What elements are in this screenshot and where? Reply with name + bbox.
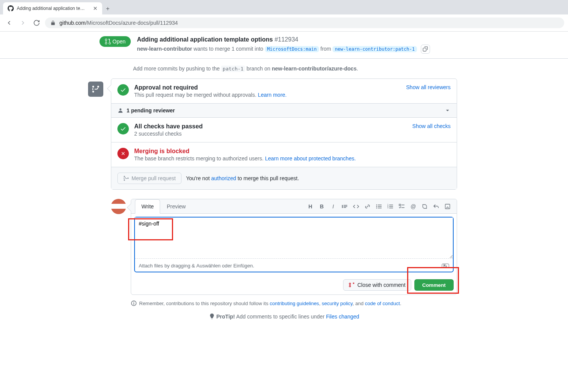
tab-title: Adding additional application te… <box>17 6 85 11</box>
svg-rect-6 <box>399 204 401 206</box>
svg-point-0 <box>376 204 377 205</box>
base-branch-label[interactable]: MicrosoftDocs:main <box>265 46 319 52</box>
protip: ProTip! Add comments to specific lines u… <box>111 313 457 320</box>
mention-icon[interactable]: @ <box>410 203 416 210</box>
tab-strip: Adding additional application te… ✕ + <box>0 0 568 14</box>
svg-point-1 <box>376 206 377 206</box>
learn-more-link[interactable]: Learn more. <box>258 92 287 98</box>
url-text: github.com/MicrosoftDocs/azure-docs/pull… <box>59 20 178 26</box>
lock-icon <box>50 20 56 26</box>
user-avatar <box>111 199 126 214</box>
pending-reviewer-label: 1 pending reviewer <box>127 107 175 114</box>
person-icon <box>117 107 124 114</box>
svg-rect-7 <box>445 204 450 209</box>
head-branch-label[interactable]: new-learn-contributor:patch-1 <box>332 46 417 52</box>
x-icon <box>117 148 129 159</box>
authorized-link[interactable]: authorized <box>211 175 236 181</box>
files-changed-link[interactable]: Files changed <box>326 314 359 320</box>
formatting-toolbar: H B I 123 @ <box>305 203 453 210</box>
contributing-guidelines-link[interactable]: contributing guidelines <box>270 301 319 306</box>
pr-header: Open Adding additional application templ… <box>0 32 568 59</box>
comment-textarea[interactable] <box>135 218 453 259</box>
lightbulb-icon <box>209 313 215 319</box>
back-button[interactable] <box>4 18 14 28</box>
push-hint: Add more commits by pushing to the patch… <box>133 66 457 72</box>
comment-button[interactable]: Comment <box>414 279 454 291</box>
closed-pr-icon <box>349 282 355 288</box>
protected-branches-link[interactable]: Learn more about protected branches. <box>265 155 356 162</box>
checks-subtitle: 2 successful checks <box>134 131 203 137</box>
blocked-title: Merging is blocked <box>134 148 356 155</box>
browser-chrome: Adding additional application te… ✕ + gi… <box>0 0 568 32</box>
approval-subtitle: This pull request may be merged without … <box>134 92 287 98</box>
address-bar[interactable]: github.com/MicrosoftDocs/azure-docs/pull… <box>45 18 564 28</box>
comment-composer: Write Preview H B I 123 @ <box>131 199 457 295</box>
ordered-list-icon[interactable]: 123 <box>387 203 393 210</box>
github-favicon-icon <box>8 5 14 11</box>
blocked-subtitle: The base branch restricts merging to aut… <box>134 155 356 162</box>
link-icon[interactable] <box>364 203 371 210</box>
attach-hint[interactable]: Attach files by dragging & Auswählen ode… <box>135 260 453 272</box>
check-icon <box>117 84 129 96</box>
pr-state-badge: Open <box>99 36 131 47</box>
info-icon <box>131 300 137 306</box>
code-icon[interactable] <box>353 203 359 210</box>
approval-title: Approval not required <box>134 84 287 91</box>
italic-icon[interactable]: I <box>330 203 336 210</box>
merge-status-box: Approval not required This pull request … <box>111 78 457 190</box>
pr-title: Adding additional application template o… <box>137 36 430 43</box>
task-list-icon[interactable] <box>399 203 405 210</box>
merge-pull-request-button: Merge pull request <box>117 173 181 184</box>
write-tab[interactable]: Write <box>135 199 160 214</box>
git-merge-icon <box>123 175 129 181</box>
check-icon <box>117 123 129 134</box>
reply-icon[interactable] <box>433 203 439 210</box>
tab-close-icon[interactable]: ✕ <box>93 5 98 11</box>
show-checks-link[interactable]: Show all checks <box>412 123 451 129</box>
quote-icon[interactable] <box>342 203 348 210</box>
close-with-comment-button[interactable]: Close with comment <box>343 279 411 291</box>
copy-icon[interactable] <box>421 45 430 54</box>
pr-meta: new-learn-contributor wants to merge 1 c… <box>137 45 430 54</box>
new-tab-button[interactable]: + <box>102 3 113 14</box>
show-reviewers-link[interactable]: Show all reviewers <box>406 84 451 90</box>
saved-replies-icon[interactable] <box>444 203 451 210</box>
markdown-icon[interactable]: M↓ <box>442 264 449 268</box>
code-of-conduct-link[interactable]: code of conduct <box>365 301 400 306</box>
cross-reference-icon[interactable] <box>422 203 428 210</box>
contribution-note: Remember, contributions to this reposito… <box>131 300 457 306</box>
browser-tab[interactable]: Adding additional application te… ✕ <box>3 2 102 14</box>
checks-title: All checks have passed <box>134 123 203 130</box>
forward-button[interactable] <box>18 18 28 28</box>
browser-toolbar: github.com/MicrosoftDocs/azure-docs/pull… <box>0 14 568 32</box>
svg-text:3: 3 <box>387 206 388 209</box>
heading-icon[interactable]: H <box>307 203 313 210</box>
pending-reviewer-row[interactable]: 1 pending reviewer <box>111 104 457 118</box>
unordered-list-icon[interactable] <box>376 203 382 210</box>
reload-button[interactable] <box>31 18 42 28</box>
security-policy-link[interactable]: security policy <box>322 301 353 306</box>
chevron-down-icon <box>444 107 451 114</box>
git-branch-marker-icon <box>88 82 103 97</box>
preview-tab[interactable]: Preview <box>160 199 192 214</box>
bold-icon[interactable]: B <box>319 203 325 210</box>
svg-point-2 <box>376 207 377 208</box>
merge-hint: You're not authorized to merge this pull… <box>186 175 299 181</box>
